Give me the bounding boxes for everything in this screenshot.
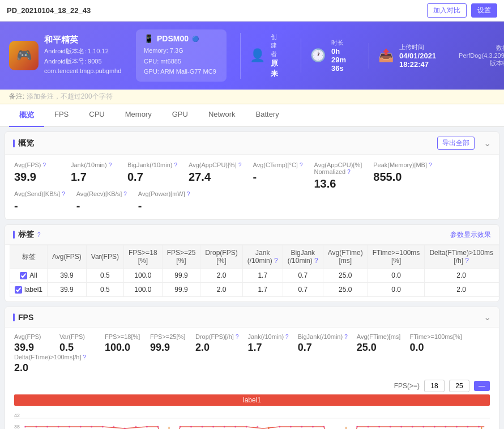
android-version-label: Android版本名: [44,48,86,54]
compare-button[interactable]: 加入对比 [427,3,467,18]
tab-fps[interactable]: FPS [44,104,79,127]
svg-point-48 [400,426,402,428]
label-banner: label1 [14,394,490,406]
fps-threshold-label: FPS(>=) [394,382,420,390]
upload-value: 04/01/2021 18:22:47 [399,52,436,69]
ref-display-btn[interactable]: 参数显示效果 [450,230,491,240]
table-row: All 39.9 0.5 100.0 99.9 2.0 1.7 0.7 25.0… [10,269,499,283]
header-banner: 🎮 和平精英 Android版本名: 1.10.12 Android版本号: 9… [0,22,504,90]
col-delta: Delta(FTime)>100ms[/h] ? [425,245,498,269]
tag-table: 标签 Avg(FPS) Var(FPS) FPS>=18[%] FPS>=25[… [10,245,499,297]
tab-gpu[interactable]: GPU [162,104,198,127]
app-name: 和平精英 [44,35,121,45]
fps-ftime100: FTime>=100ms[%] 0.0 [409,333,471,354]
top-bar-actions: 加入对比 设置 [427,3,497,18]
stat-jank: Jank(/10min) ? 1.7 [71,162,127,190]
fps-threshold-25[interactable] [449,380,469,392]
device-info: 📱 PDSM00 🔵 Memory: 7.3G CPU: mt6885 GPU:… [136,29,227,82]
svg-point-19 [46,426,48,428]
svg-point-54 [467,426,468,428]
svg-point-33 [212,426,214,428]
fps-drop: Drop(FPS)[/h] ? 2.0 [195,333,247,354]
fps-delta: Delta(FTime)>100ms[/h] ? 2.0 [14,354,95,374]
svg-point-34 [224,426,225,428]
svg-point-27 [135,426,136,428]
stat-memory: Peak(Memory)[MB] ? 855.0 [373,162,443,190]
svg-point-42 [312,426,314,428]
tab-memory[interactable]: Memory [115,104,162,127]
duration-icon: 🕐 [310,48,326,63]
tab-battery[interactable]: Battery [246,104,289,127]
svg-rect-1 [14,407,490,429]
svg-point-24 [102,426,104,428]
svg-point-20 [58,426,59,428]
overview-header: 概览 导出全部 ⌄ [5,132,499,155]
fps-section: FPS ⌄ Avg(FPS) 39.9 Var(FPS) 0.5 FPS>=18… [5,307,499,429]
tab-cpu[interactable]: CPU [79,104,114,127]
fps-threshold-18[interactable] [424,380,445,392]
upload-icon: 📤 [378,48,394,63]
stat-avg-fps: Avg(FPS) ? 39.9 [14,162,71,190]
overview-title: 概览 [13,138,34,148]
device-meta: Memory: 7.3G CPU: mt6885 GPU: ARM Mali-G… [144,45,219,77]
tag-title: 标签 ? [13,230,41,240]
duration-value: 0h 29m 36s [331,47,346,73]
tab-network[interactable]: Network [198,104,246,127]
col-jank: Jank(/10min) ? [242,245,283,269]
export-button[interactable]: 导出全部 [437,137,475,150]
android-code-label: Android版本号: [44,58,86,65]
upload-stat: 📤 上传时间 04/01/2021 18:22:47 [369,43,445,69]
svg-point-45 [368,426,369,428]
row-label-all: All [10,269,48,283]
note-bar: 备注: 添加备注，不超过200个字符 [0,90,504,104]
chart-area: FPS(>=) — label1 [5,380,499,429]
stat-bigjank: BigJank(/10min) ? 0.7 [127,162,189,190]
svg-point-47 [390,426,391,428]
svg-point-41 [301,426,302,428]
svg-point-55 [478,426,480,428]
note-label: 备注: [9,92,24,100]
chart-controls: FPS(>=) — [14,380,490,392]
device-name: 📱 PDSM00 🔵 [144,34,219,43]
stat-appcpu: Avg(AppCPU)[%] ? 27.4 [189,162,253,190]
stat-normalized: Avg(AppCPU)[%]Normalized ? 13.6 [314,162,374,190]
svg-point-22 [80,426,82,428]
svg-point-37 [257,426,258,428]
stat-power: Avg(Power)[mW] ? - [138,190,202,213]
data-source: 数据由PerfDog(4.3.209924版本收集 [459,44,504,67]
settings-button[interactable]: 设置 [471,3,497,18]
svg-point-25 [113,426,114,428]
nav-tabs: 概览 FPS CPU Memory GPU Network Battery [0,104,504,127]
row-all-checkbox[interactable] [20,272,27,279]
svg-point-39 [279,426,280,428]
creator-icon: 👤 [250,48,265,63]
fps-threshold-apply[interactable]: — [474,381,490,391]
fps-collapse-btn[interactable]: ⌄ [484,312,491,322]
svg-point-21 [69,426,70,428]
svg-point-29 [157,426,159,428]
svg-point-46 [378,426,380,428]
col-fps18: FPS>=18[%] [123,245,162,269]
col-ftime100: FTime>=100ms[%] [368,245,425,269]
col-var-fps: Var(FPS) [86,245,123,269]
row-label-label1: label1 [10,283,48,297]
row-label1-checkbox[interactable] [15,286,22,294]
fps-title: FPS [13,313,33,322]
overview-collapse-btn[interactable]: ⌄ [484,138,491,148]
svg-text:38: 38 [14,424,20,429]
fps-18: FPS>=18[%] 100.0 [105,333,150,354]
tab-overview[interactable]: 概览 [9,104,44,127]
android-version: 1.10.12 [88,48,109,54]
svg-point-50 [422,426,424,428]
svg-point-35 [234,426,236,428]
creator-label: 创建者 [271,33,278,58]
tag-header: 标签 ? 参数显示效果 [5,225,499,245]
col-drop: Drop(FPS)[%] [200,245,242,269]
stat-recv: Avg(Recv)[KB/s] ? - [76,190,138,213]
svg-point-23 [91,426,92,428]
overview-stats: Avg(FPS) ? 39.9 Jank(/10min) ? 1.7 BigJa… [5,155,499,219]
table-row: label1 39.9 0.5 100.0 99.9 2.0 1.7 0.7 2… [10,283,499,297]
fps-stats: Avg(FPS) 39.9 Var(FPS) 0.5 FPS>=18[%] 10… [5,328,499,380]
col-appcpu: Avg(AppCPU)[%] ? [498,245,499,269]
android-code: 9005 [88,58,101,65]
